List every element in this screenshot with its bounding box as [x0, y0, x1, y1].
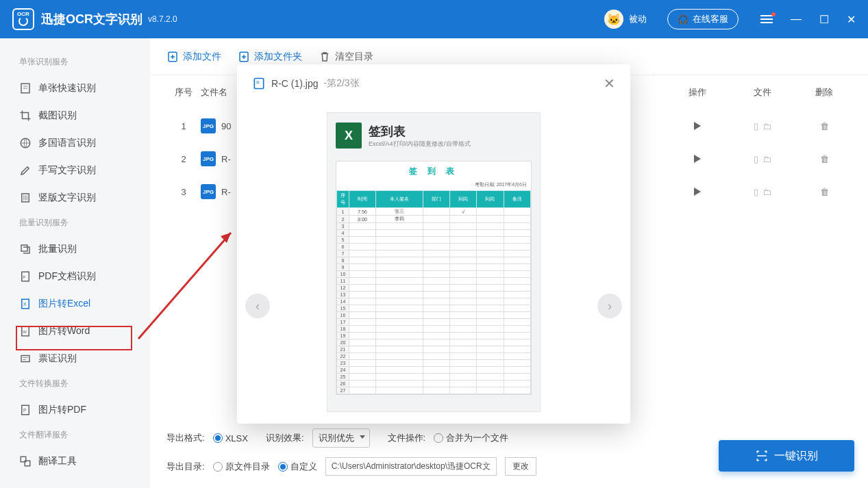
sidebar-item-single-fast[interactable]: 单张快速识别 — [0, 75, 150, 102]
highlight-box — [16, 326, 132, 350]
radio-merge[interactable]: 合并为一个文件 — [434, 432, 508, 444]
radio-src-dir[interactable]: 原文件目录 — [213, 461, 270, 473]
sidebar-section: 文件转换服务 — [0, 372, 150, 396]
sidebar-section: 批量识别服务 — [0, 211, 150, 235]
sidebar-item-handwrite[interactable]: 手写文字识别 — [0, 157, 150, 184]
image-file-icon — [252, 77, 266, 90]
maximize-button[interactable]: ☐ — [819, 13, 829, 26]
sidebar-item-vertical[interactable]: 竖版文字识别 — [0, 184, 150, 211]
plus-folder-icon — [238, 51, 250, 63]
col-file-header: 文件 — [728, 86, 797, 99]
svg-rect-3 — [21, 245, 27, 251]
preview-image: X 签到表 Excel/A4打印/内容随意修改/自带格式 签 到 表 考勤日期:… — [327, 112, 541, 412]
radio-custom-dir[interactable]: 自定义 — [278, 461, 317, 473]
app-header: OCR 迅捷OCR文字识别 v8.7.2.0 🐱 被动 🎧 在线客服 — ☐ ✕ — [0, 0, 868, 38]
prev-button[interactable]: ‹ — [245, 294, 270, 318]
jpg-icon: JPG — [201, 151, 216, 166]
pdf2-icon: P — [19, 404, 32, 416]
ticket-icon — [19, 352, 32, 365]
jpg-icon: JPG — [201, 118, 216, 133]
plus-file-icon — [166, 51, 179, 63]
fileop-label: 文件操作: — [388, 432, 426, 444]
add-file-button[interactable]: 添加文件 — [166, 51, 221, 63]
recognize-all-button[interactable]: 一键识别 — [719, 440, 854, 472]
pdf-icon: P — [19, 270, 32, 283]
preview-sheet: 签 到 表 考勤日期: 2017年4月6日 序号时间本人签名部门到岗到岗备注17… — [336, 161, 532, 395]
change-button[interactable]: 更改 — [505, 457, 536, 476]
col-del-header: 删除 — [797, 86, 852, 99]
svg-text:X: X — [23, 302, 27, 307]
scan-icon — [755, 449, 769, 463]
headset-icon: 🎧 — [678, 14, 689, 25]
svg-rect-10 — [21, 356, 29, 362]
app-version: v8.7.2.0 — [148, 14, 177, 24]
sidebar-item-screenshot[interactable]: 截图识别 — [0, 102, 150, 129]
vertical-icon — [19, 192, 32, 204]
pen-icon — [19, 164, 32, 177]
minimize-button[interactable]: — — [791, 13, 802, 25]
folder-icon[interactable]: 🗀 — [762, 121, 771, 131]
sidebar-item-img2pdf[interactable]: P图片转PDF — [0, 396, 150, 424]
folder-icon[interactable]: 🗀 — [762, 154, 771, 164]
play-icon[interactable] — [694, 155, 701, 163]
sidebar-item-pdf[interactable]: PPDF文档识别 — [0, 263, 150, 290]
next-button[interactable]: › — [597, 294, 622, 318]
globe-icon — [19, 137, 32, 149]
export-format-label: 导出格式: — [166, 432, 205, 444]
add-folder-button[interactable]: 添加文件夹 — [238, 51, 302, 63]
close-button[interactable]: ✕ — [847, 13, 856, 26]
folder-icon[interactable]: 🗀 — [762, 187, 771, 197]
delete-icon[interactable]: 🗑 — [820, 154, 829, 164]
doc-icon[interactable]: ▯ — [754, 121, 758, 131]
preview-subtitle: Excel/A4打印/内容随意修改/自带格式 — [369, 140, 471, 149]
online-service-button[interactable]: 🎧 在线客服 — [667, 9, 739, 29]
menu-icon[interactable] — [760, 15, 773, 23]
col-num-header: 序号 — [166, 86, 201, 99]
stack-icon — [19, 243, 32, 255]
svg-point-20 — [257, 81, 259, 84]
excel-icon: X — [19, 298, 32, 310]
col-op-header: 操作 — [667, 86, 728, 99]
preview-title: 签到表 — [369, 123, 471, 140]
clear-button[interactable]: 清空目录 — [319, 51, 373, 63]
crop-icon — [19, 110, 32, 122]
jpg-icon: JPG — [201, 184, 216, 199]
effect-label: 识别效果: — [266, 432, 304, 444]
modal-index: -第2/3张 — [323, 77, 359, 90]
export-dir-label: 导出目录: — [166, 461, 205, 473]
modal-filename: R-C (1).jpg — [271, 78, 318, 89]
app-logo: OCR — [12, 8, 34, 30]
path-input[interactable]: C:\Users\Administrator\desktop\迅捷OCR文 — [325, 457, 497, 476]
preview-modal: R-C (1).jpg -第2/3张 ✕ ‹ › X 签到表 Excel/A4打… — [237, 64, 630, 424]
sidebar: 单张识别服务 单张快速识别 截图识别 多国语言识别 手写文字识别 竖版文字识别 … — [0, 38, 150, 488]
modal-close-button[interactable]: ✕ — [604, 75, 615, 92]
delete-icon[interactable]: 🗑 — [820, 121, 829, 131]
radio-xlsx[interactable]: XLSX — [213, 433, 248, 444]
sidebar-item-img2excel[interactable]: X图片转Excel — [0, 290, 150, 318]
sidebar-item-translate[interactable]: 翻译工具 — [0, 448, 150, 475]
svg-text:P: P — [23, 275, 25, 279]
sidebar-item-multilang[interactable]: 多国语言识别 — [0, 129, 150, 157]
avatar[interactable]: 🐱 — [604, 10, 623, 29]
delete-icon[interactable]: 🗑 — [820, 187, 829, 197]
username[interactable]: 被动 — [629, 13, 647, 25]
sidebar-item-batch[interactable]: 批量识别 — [0, 235, 150, 263]
sidebar-section: 文件翻译服务 — [0, 424, 150, 448]
play-icon[interactable] — [694, 188, 701, 196]
svg-text:P: P — [23, 408, 27, 413]
trash-icon — [319, 51, 331, 63]
app-title: 迅捷OCR文字识别 — [41, 11, 142, 27]
sidebar-section: 单张识别服务 — [0, 51, 150, 75]
doc-icon — [19, 82, 32, 94]
excel-icon: X — [336, 123, 362, 149]
doc-icon[interactable]: ▯ — [754, 154, 758, 164]
svg-rect-19 — [254, 79, 263, 89]
effect-select[interactable]: 识别优先 — [312, 428, 370, 448]
doc-icon[interactable]: ▯ — [754, 187, 758, 197]
play-icon[interactable] — [694, 122, 701, 130]
translate-icon — [19, 455, 32, 467]
